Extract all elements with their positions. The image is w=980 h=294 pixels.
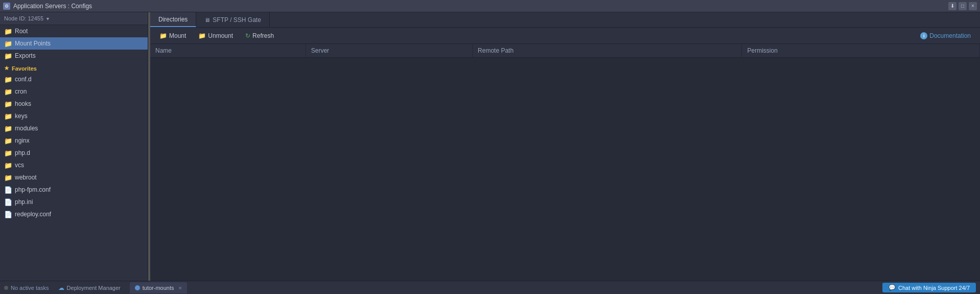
sidebar-item-redeploy[interactable]: 📄 redeploy.conf — [0, 208, 148, 220]
tab-sftp-ssh-gate[interactable]: 🖥 SFTP / SSH Gate — [196, 12, 269, 27]
folder-icon: 📁 — [4, 40, 12, 48]
favorites-header: ★ Favorites — [0, 62, 148, 73]
sidebar-item-label: modules — [15, 125, 38, 132]
folder-icon: 📁 — [4, 88, 12, 96]
sidebar-item-nginx[interactable]: 📁 nginx — [0, 134, 148, 147]
toolbar: 📁 Mount 📁 Unmount ↻ Refresh i Documentat… — [150, 28, 980, 44]
folder-icon: 📁 — [4, 112, 12, 120]
tab-dot-icon — [135, 285, 140, 290]
refresh-button[interactable]: ↻ Refresh — [240, 31, 279, 41]
deployment-manager-label: Deployment Manager — [67, 285, 121, 291]
sidebar-item-vcs[interactable]: 📁 vcs — [0, 159, 148, 171]
tab-directories-label: Directories — [158, 16, 188, 23]
sidebar-item-label: php.ini — [15, 198, 33, 206]
deployment-manager[interactable]: ☁ Deployment Manager — [53, 283, 126, 292]
sidebar-item-webroot[interactable]: 📁 webroot — [0, 171, 148, 184]
mount-label: Mount — [169, 32, 186, 39]
sidebar-item-mount-points[interactable]: 📁 Mount Points — [0, 37, 148, 50]
refresh-icon: ↻ — [245, 32, 250, 39]
maximize-button[interactable]: □ — [959, 2, 967, 10]
title-bar: ⚙ Application Servers : Configs ⬇ □ × — [0, 0, 980, 12]
folder-icon: 📁 — [4, 137, 12, 145]
sftp-icon: 🖥 — [204, 17, 210, 23]
folder-icon: 📁 — [4, 125, 12, 132]
tab-directories[interactable]: Directories — [150, 12, 196, 27]
col-name: Name — [150, 44, 306, 58]
sidebar-item-label: vcs — [15, 162, 24, 169]
sidebar-item-label: conf.d — [15, 76, 32, 83]
folder-icon: 📁 — [4, 100, 12, 108]
status-label: No active tasks — [11, 285, 49, 291]
table-container: Name Server Remote Path Permission — [150, 44, 980, 281]
node-id-label: Node ID: 12455 — [4, 15, 43, 21]
sidebar-item-phpd[interactable]: 📁 php.d — [0, 147, 148, 159]
bottom-tab-label: tutor-mounts — [143, 285, 174, 291]
folder-icon: 📁 — [4, 52, 12, 60]
documentation-icon: i — [920, 32, 927, 39]
sidebar-item-label: Exports — [15, 52, 36, 59]
mount-points-table: Name Server Remote Path Permission — [150, 44, 980, 58]
chat-support-button[interactable]: 💬 Chat with Ninja Support 24/7 — [882, 283, 976, 292]
sidebar-header[interactable]: Node ID: 12455 ▾ — [0, 12, 148, 25]
documentation-button[interactable]: i Documentation — [915, 31, 976, 41]
file-icon: 📄 — [4, 211, 12, 218]
sidebar-item-label: cron — [15, 88, 27, 95]
sidebar-item-label: redeploy.conf — [15, 211, 51, 218]
sidebar-item-confd[interactable]: 📁 conf.d — [0, 73, 148, 85]
sidebar-item-hooks[interactable]: 📁 hooks — [0, 98, 148, 110]
mount-icon: 📁 — [159, 32, 167, 39]
close-button[interactable]: × — [969, 2, 977, 10]
sidebar-item-label: nginx — [15, 137, 30, 144]
folder-icon: 📁 — [4, 174, 12, 182]
sidebar-item-label: hooks — [15, 100, 31, 107]
sidebar-item-label: php.d — [15, 149, 30, 156]
documentation-label: Documentation — [929, 32, 971, 39]
folder-icon: 📁 — [4, 28, 12, 35]
status-dot — [4, 286, 8, 290]
folder-icon: 📁 — [4, 149, 12, 157]
chat-label: Chat with Ninja Support 24/7 — [898, 285, 970, 291]
sidebar-item-cron[interactable]: 📁 cron — [0, 85, 148, 98]
main-area: Node ID: 12455 ▾ 📁 Root 📁 Mount Points 📁… — [0, 12, 980, 281]
folder-icon: 📁 — [4, 162, 12, 169]
sidebar-item-label: keys — [15, 112, 28, 120]
status-indicator: No active tasks — [4, 285, 49, 291]
file-icon: 📄 — [4, 198, 12, 206]
unmount-label: Unmount — [208, 32, 233, 39]
table-header-row: Name Server Remote Path Permission — [150, 44, 980, 58]
chat-icon: 💬 — [889, 284, 896, 291]
sidebar-item-phpini[interactable]: 📄 php.ini — [0, 196, 148, 208]
tab-sftp-label: SFTP / SSH Gate — [213, 16, 261, 24]
download-button[interactable]: ⬇ — [948, 2, 956, 10]
star-icon: ★ — [4, 65, 9, 72]
folder-icon: 📁 — [4, 76, 12, 83]
mount-button[interactable]: 📁 Mount — [154, 31, 191, 41]
sidebar-item-exports[interactable]: 📁 Exports — [0, 50, 148, 62]
file-icon: 📄 — [4, 186, 12, 194]
app-icon: ⚙ — [3, 3, 10, 10]
favorites-label: Favorites — [12, 65, 37, 72]
sidebar-item-phpfpm[interactable]: 📄 php-fpm.conf — [0, 184, 148, 196]
col-permission: Permission — [742, 44, 980, 58]
sidebar-item-modules[interactable]: 📁 modules — [0, 122, 148, 134]
node-dropdown-arrow[interactable]: ▾ — [46, 16, 49, 21]
cloud-icon: ☁ — [58, 284, 64, 291]
refresh-label: Refresh — [252, 32, 274, 39]
unmount-icon: 📁 — [198, 32, 206, 39]
sidebar-item-label: webroot — [15, 174, 37, 181]
unmount-button[interactable]: 📁 Unmount — [193, 31, 238, 41]
sidebar-item-root[interactable]: 📁 Root — [0, 25, 148, 37]
tab-close-icon[interactable]: × — [179, 285, 182, 291]
title-bar-controls: ⬇ □ × — [948, 2, 977, 10]
sidebar-item-label: Root — [15, 28, 28, 35]
bottom-tab-tutor-mounts[interactable]: tutor-mounts × — [130, 282, 187, 293]
window-title: Application Servers : Configs — [13, 3, 92, 10]
sidebar: Node ID: 12455 ▾ 📁 Root 📁 Mount Points 📁… — [0, 12, 148, 281]
title-bar-left: ⚙ Application Servers : Configs — [3, 3, 92, 10]
bottom-bar: No active tasks ☁ Deployment Manager tut… — [0, 281, 980, 294]
sidebar-item-label: Mount Points — [15, 40, 51, 47]
tab-bar: Directories 🖥 SFTP / SSH Gate — [150, 12, 980, 28]
sidebar-item-keys[interactable]: 📁 keys — [0, 110, 148, 122]
sidebar-item-label: php-fpm.conf — [15, 186, 51, 193]
right-panel: Directories 🖥 SFTP / SSH Gate 📁 Mount 📁 … — [150, 12, 980, 281]
